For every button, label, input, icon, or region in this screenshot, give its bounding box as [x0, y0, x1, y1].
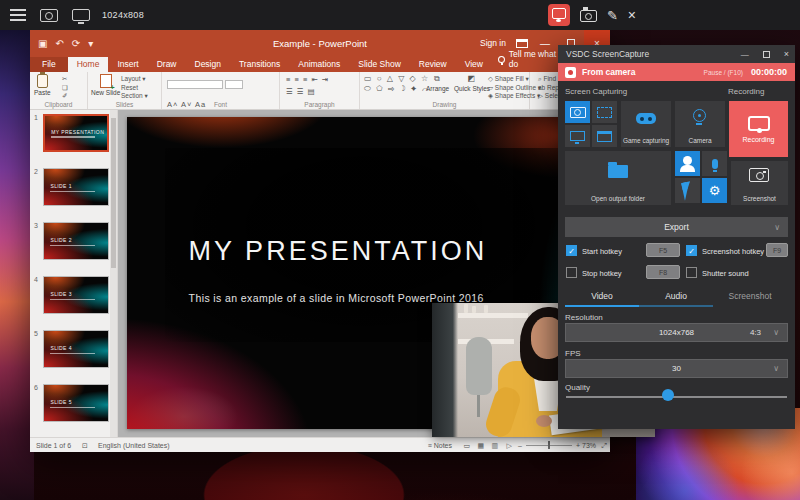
thumbnail-slot: 2 SLIDE 1: [30, 166, 118, 219]
ribbon-display-options-icon[interactable]: [516, 39, 528, 48]
section-button[interactable]: Section ▾: [121, 92, 148, 101]
tab-slideshow[interactable]: Slide Show: [349, 57, 410, 72]
bottle: [464, 304, 468, 313]
resolution-select[interactable]: 1024x768 4:3 ∨: [565, 323, 788, 342]
stop-hotkey-checkbox[interactable]: [566, 267, 577, 278]
fit-to-window-button[interactable]: ⤢: [601, 442, 607, 450]
view-normal-button[interactable]: ▭: [463, 442, 470, 450]
new-slide-button[interactable]: New Slide: [91, 74, 120, 96]
zoom-out-button[interactable]: –: [518, 442, 522, 449]
tab-insert[interactable]: Insert: [108, 57, 147, 72]
slide-thumbnail-2[interactable]: SLIDE 1: [43, 168, 109, 206]
thumbnails-scrollbar[interactable]: [110, 110, 117, 437]
cursor-capture-toggle[interactable]: [675, 178, 700, 203]
tab-file[interactable]: File: [30, 57, 68, 72]
vsdc-maximize-button[interactable]: [763, 51, 770, 58]
snapshot-icon[interactable]: [580, 10, 597, 22]
recording-button[interactable]: Recording: [729, 101, 788, 157]
view-slideshow-button[interactable]: ▷: [507, 442, 512, 450]
shutter-sound-checkbox[interactable]: [686, 267, 697, 278]
group-clipboard: Paste ✂ ❏ ✐ Clipboard: [30, 72, 88, 109]
monitor-capture-button[interactable]: [565, 125, 590, 147]
chevron-down-icon: ∨: [773, 328, 779, 337]
export-button[interactable]: Export ∨: [565, 217, 788, 237]
tab-view[interactable]: View: [456, 57, 492, 72]
vsdc-minimize-button[interactable]: —: [741, 50, 749, 59]
menu-icon[interactable]: [10, 9, 26, 21]
arrange-button[interactable]: ⧉Arrange: [426, 74, 449, 92]
notes-button[interactable]: ≡ Notes: [428, 442, 452, 449]
vsdc-close-button[interactable]: ×: [784, 49, 789, 59]
fps-select[interactable]: 30 ∨: [565, 359, 788, 378]
thumbnail-slot: 5 SLIDE 4: [30, 328, 118, 381]
open-output-folder-button[interactable]: Open output folder: [565, 151, 671, 205]
region-capture-button[interactable]: [592, 101, 617, 123]
new-slide-icon: [100, 74, 112, 88]
cut-button[interactable]: ✂: [62, 75, 68, 84]
start-hotkey-checkbox[interactable]: ✓: [566, 245, 577, 256]
person-hand: [536, 415, 552, 427]
quick-styles-button[interactable]: ◩Quick Styles: [454, 74, 490, 92]
draw-pen-icon[interactable]: ✎: [607, 8, 618, 23]
zoom-in-button[interactable]: +: [576, 442, 580, 449]
sign-in-button[interactable]: Sign in: [480, 38, 506, 48]
tab-design[interactable]: Design: [186, 57, 230, 72]
shapes-row2[interactable]: ⬭ ⬠ ⇨ ☽ ✦ ⌒: [364, 84, 430, 94]
settings-button[interactable]: ⚙: [702, 178, 727, 203]
webcam-overlay-toggle[interactable]: [675, 151, 700, 176]
paragraph-row1[interactable]: ≡ ≡ ≡ ⇤ ⇥: [286, 75, 329, 84]
slide-thumbnail-6[interactable]: SLIDE 5: [43, 384, 109, 422]
tab-home[interactable]: Home: [68, 57, 109, 72]
screenshot-button[interactable]: Screenshot: [731, 161, 788, 205]
microphone-icon: [712, 159, 718, 169]
slide-thumbnail-3[interactable]: SLIDE 2: [43, 222, 109, 260]
slide-thumbnail-5[interactable]: SLIDE 4: [43, 330, 109, 368]
camera-capture-button[interactable]: Camera: [675, 101, 725, 147]
pause-hint: Pause / (F10): [704, 69, 743, 76]
accessibility-icon[interactable]: ⊡: [82, 442, 88, 450]
microphone-toggle[interactable]: [702, 151, 727, 176]
quality-slider[interactable]: [566, 396, 787, 398]
slide-thumbnail-1[interactable]: MY PRESENTATION: [43, 114, 109, 152]
paragraph-controls: ≡ ≡ ≡ ⇤ ⇥ ☰ ☰ ▤: [286, 75, 329, 96]
screenshot-hotkey-field[interactable]: F9: [766, 243, 788, 257]
tab-animations[interactable]: Animations: [289, 57, 349, 72]
zoom-level[interactable]: 73%: [582, 442, 596, 449]
paste-button[interactable]: Paste: [34, 74, 51, 96]
vsdc-window: VSDC ScreenCapture — × From camera Pause…: [558, 45, 795, 429]
zoom-slider-thumb[interactable]: [548, 441, 551, 449]
paragraph-row2[interactable]: ☰ ☰ ▤: [286, 87, 329, 96]
slide-thumbnail-4[interactable]: SLIDE 3: [43, 276, 109, 314]
quality-slider-thumb[interactable]: [662, 389, 674, 401]
game-capturing-button[interactable]: Game capturing: [621, 101, 671, 147]
chevron-down-icon: ∨: [774, 223, 780, 232]
tab-draw[interactable]: Draw: [148, 57, 186, 72]
format-painter-button[interactable]: ✐: [62, 92, 68, 101]
reset-button[interactable]: Reset: [121, 84, 148, 93]
display-icon[interactable]: [72, 9, 90, 21]
tab-review[interactable]: Review: [410, 57, 456, 72]
view-reading-button[interactable]: ▥: [491, 442, 498, 450]
layout-button[interactable]: Layout ▾: [121, 75, 148, 84]
tab-transitions[interactable]: Transitions: [230, 57, 289, 72]
bottle: [484, 305, 488, 313]
stop-hotkey-field[interactable]: F8: [646, 265, 680, 279]
fullscreen-capture-button[interactable]: [565, 101, 590, 123]
tab-video[interactable]: Video: [565, 291, 639, 307]
copy-button[interactable]: ❏: [62, 84, 68, 93]
screen-capture-icon[interactable]: [40, 9, 58, 22]
screenshot-hotkey-checkbox[interactable]: ✓: [686, 245, 697, 256]
record-button[interactable]: [548, 4, 570, 26]
shapes-row1[interactable]: ▭ ○ △ ▽ ◇ ☆: [364, 74, 430, 84]
recording-icon: [748, 116, 770, 131]
slide-subtitle[interactable]: This is an example of a slide in Microso…: [189, 292, 568, 304]
capture-close-icon[interactable]: ×: [628, 7, 636, 23]
vsdc-titlebar: VSDC ScreenCapture — ×: [558, 45, 795, 63]
language-indicator[interactable]: English (United States): [98, 442, 170, 449]
tab-screenshot[interactable]: Screenshot: [713, 291, 787, 305]
window-capture-button[interactable]: [592, 125, 617, 147]
start-hotkey-field[interactable]: F5: [646, 243, 680, 257]
tab-audio[interactable]: Audio: [639, 291, 713, 307]
slide-title[interactable]: MY PRESENTATION: [189, 236, 568, 267]
view-sorter-button[interactable]: ▦: [477, 442, 484, 450]
